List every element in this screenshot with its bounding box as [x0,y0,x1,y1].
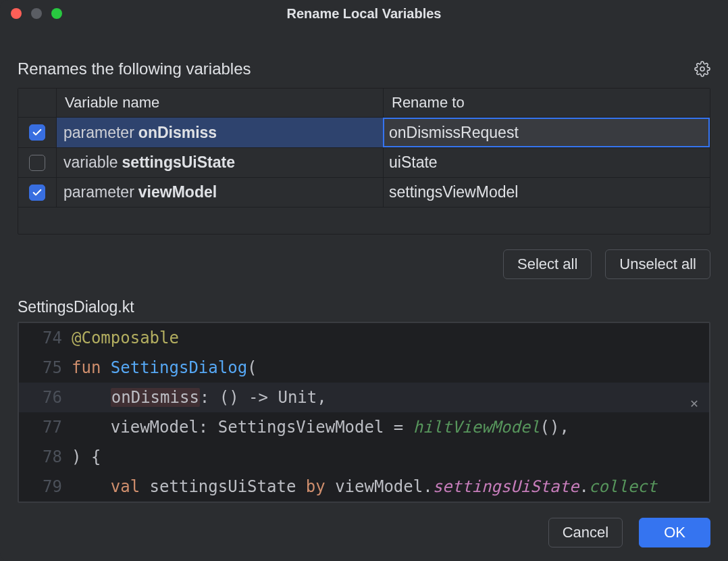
preview-file-name: SettingsDialog.kt [18,298,710,316]
code-line: 77 viewModel: SettingsViewModel = hiltVi… [19,412,709,442]
gear-icon[interactable] [694,61,710,77]
subtitle: Renames the following variables [18,59,251,78]
code-line: 76 onDismiss: () -> Unit, [19,383,709,412]
window-minimize-button[interactable] [31,8,42,19]
rename-to-cell[interactable] [383,178,710,207]
code-text: ) { [72,442,709,472]
table-row[interactable]: parameter viewModel [18,177,710,207]
column-checkbox [18,89,56,117]
cancel-button[interactable]: Cancel [548,518,623,547]
variables-table: Variable name Rename to parameter onDism… [18,88,710,235]
line-number: 75 [19,353,72,383]
svg-point-0 [700,67,704,71]
table-row[interactable]: variable settingsUiState [18,147,710,177]
table-footer [18,207,710,234]
window-close-button[interactable] [11,8,22,19]
table-header: Variable name Rename to [18,89,710,118]
code-text: @Composable [72,323,709,353]
unselect-all-button[interactable]: Unselect all [605,249,710,279]
window-title: Rename Local Variables [0,6,728,22]
code-line: 78) { [19,442,709,472]
code-line: 79 val settingsUiState by viewModel.sett… [19,472,709,502]
code-text: fun SettingsDialog( [72,353,709,383]
window-maximize-button[interactable] [51,8,62,19]
rename-to-cell[interactable] [383,148,710,177]
table-row[interactable]: parameter onDismiss [18,118,710,147]
variable-name-cell[interactable]: parameter viewModel [56,178,383,207]
variable-name-cell[interactable]: variable settingsUiState [56,148,383,177]
close-icon[interactable]: ✕ [690,388,698,418]
rename-input[interactable] [389,124,704,142]
variable-identifier: settingsUiState [122,153,235,172]
select-all-button[interactable]: Select all [503,249,592,279]
code-text: onDismiss: () -> Unit, [72,383,709,412]
line-number: 79 [19,472,72,502]
variable-kind: variable [63,153,118,172]
variable-kind: parameter [63,124,134,142]
variable-kind: parameter [63,183,134,201]
column-variable-name: Variable name [56,89,383,117]
code-preview: ✕ 74@Composable75fun SettingsDialog(76 o… [18,322,710,503]
variable-identifier: onDismiss [138,124,217,142]
rename-input[interactable] [389,153,704,172]
code-text: viewModel: SettingsViewModel = hiltViewM… [72,412,709,442]
rename-input[interactable] [389,183,704,201]
code-text: val settingsUiState by viewModel.setting… [72,472,709,502]
code-line: 74@Composable [19,323,709,353]
line-number: 76 [19,383,72,412]
code-line: 75fun SettingsDialog( [19,353,709,383]
titlebar: Rename Local Variables [0,0,728,27]
traffic-lights [11,8,62,19]
row-checkbox[interactable] [29,185,45,201]
row-checkbox[interactable] [29,155,45,171]
column-rename-to: Rename to [383,89,710,117]
rename-to-cell[interactable] [383,118,710,147]
row-checkbox[interactable] [29,124,45,141]
ok-button[interactable]: OK [639,518,710,547]
line-number: 77 [19,412,72,442]
line-number: 78 [19,442,72,472]
variable-identifier: viewModel [138,183,217,201]
line-number: 74 [19,323,72,353]
variable-name-cell[interactable]: parameter onDismiss [56,118,383,147]
